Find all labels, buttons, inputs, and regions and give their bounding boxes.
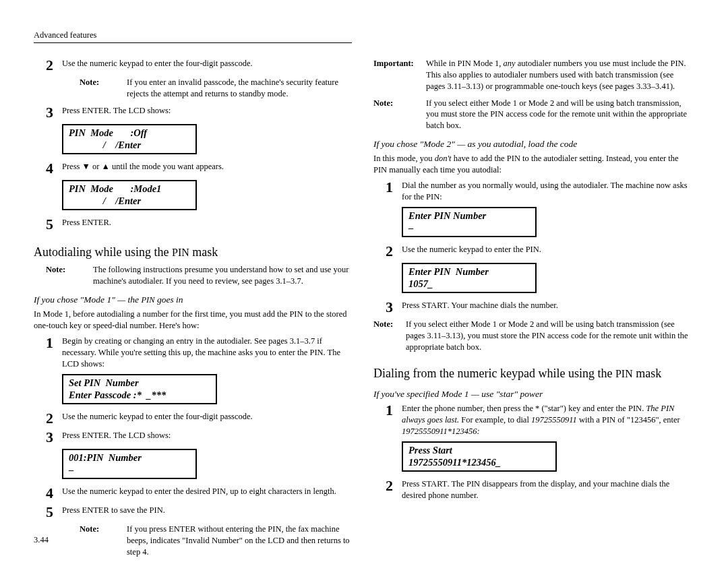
step-text: Press ▼ or ▲ until the mode you want app… bbox=[62, 161, 352, 173]
step-5: 5 Press ENTER. bbox=[46, 217, 352, 232]
step-3b: 3 Press ENTER. The LCD shows: bbox=[46, 430, 352, 445]
note-body: If you press ENTER without entering the … bbox=[127, 524, 352, 558]
note-body: If you select either Mode 1 or Mode 2 an… bbox=[406, 319, 692, 353]
step-number: 3 bbox=[46, 430, 62, 445]
note: Note: If you press ENTER without enterin… bbox=[80, 524, 352, 558]
step-2: 2 Use the numeric keypad to enter the PI… bbox=[386, 244, 692, 259]
lcd-display: Enter PIN Number – bbox=[402, 207, 537, 237]
step-number: 4 bbox=[46, 486, 62, 501]
page-number: 3.44 bbox=[34, 534, 49, 546]
note-body: While in PIN Mode 1, any autodialer numb… bbox=[426, 58, 692, 92]
lcd-display: Set PIN Number Enter Passcode :* _*** bbox=[62, 374, 217, 404]
step-2: 2 Press START. The PIN disappears from t… bbox=[386, 478, 692, 501]
heading-autodialing: Autodialing while using the PIN mask bbox=[34, 244, 352, 260]
step-1: 1 Dial the number as you normally would,… bbox=[386, 180, 692, 203]
note-label: Note: bbox=[80, 77, 127, 100]
note-label: Important: bbox=[373, 58, 426, 92]
step-5b: 5 Press ENTER to save the PIN. bbox=[46, 505, 352, 520]
step-text: Press ENTER. bbox=[62, 217, 352, 228]
page-header: Advanced features bbox=[34, 30, 352, 43]
note-body: If you enter an invalid passcode, the ma… bbox=[127, 77, 352, 100]
step-text: Press START. The PIN disappears from the… bbox=[402, 478, 692, 501]
heading-dialing-keypad: Dialing from the numeric keypad while us… bbox=[373, 365, 692, 381]
note: Note: If you select either Mode 1 or Mod… bbox=[373, 98, 692, 132]
step-text: Use the numeric keypad to enter the desi… bbox=[62, 486, 352, 497]
step-number: 3 bbox=[386, 300, 402, 315]
note-label: Note: bbox=[373, 319, 406, 353]
lcd-display: PIN Mode :Off / /Enter bbox=[62, 124, 197, 154]
note-body: The following instructions presume you u… bbox=[93, 264, 352, 287]
note-label: Note: bbox=[46, 264, 93, 287]
step-3: 3 Press START. Your machine dials the nu… bbox=[386, 300, 692, 315]
note: Note: The following instructions presume… bbox=[46, 264, 352, 287]
step-number: 3 bbox=[46, 105, 62, 120]
step-number: 4 bbox=[46, 161, 62, 176]
note-label: Note: bbox=[373, 98, 426, 132]
important-note: Important: While in PIN Mode 1, any auto… bbox=[373, 58, 692, 92]
paragraph: In this mode, you don't have to add the … bbox=[373, 153, 692, 176]
step-number: 5 bbox=[46, 217, 62, 232]
note-label: Note: bbox=[80, 524, 127, 558]
step-text: Dial the number as you normally would, u… bbox=[402, 180, 692, 203]
step-2: 2 Use the numeric keypad to enter the fo… bbox=[46, 58, 352, 73]
subheading-star: If you've specified Mode 1 — use "star" … bbox=[373, 388, 692, 400]
step-1: 1 Begin by creating or changing an entry… bbox=[46, 336, 352, 370]
step-4b: 4 Use the numeric keypad to enter the de… bbox=[46, 486, 352, 501]
step-text: Press ENTER. The LCD shows: bbox=[62, 430, 352, 441]
step-number: 1 bbox=[386, 180, 402, 195]
step-number: 1 bbox=[386, 403, 402, 418]
step-text: Enter the phone number, then press the *… bbox=[402, 403, 692, 437]
note: Note: If you select either Mode 1 or Mod… bbox=[373, 319, 692, 353]
step-3: 3 Press ENTER. The LCD shows: bbox=[46, 105, 352, 120]
note-body: If you select either Mode 1 or Mode 2 an… bbox=[426, 98, 692, 132]
lcd-display: PIN Mode :Mode1 / /Enter bbox=[62, 180, 197, 210]
step-number: 2 bbox=[386, 244, 402, 259]
subheading-mode1: If you chose "Mode 1" — the PIN goes in bbox=[34, 294, 352, 306]
note: Note: If you enter an invalid passcode, … bbox=[80, 77, 352, 100]
columns: 2 Use the numeric keypad to enter the fo… bbox=[34, 55, 690, 562]
page: Advanced features 2 Use the numeric keyp… bbox=[0, 0, 728, 562]
step-number: 2 bbox=[46, 58, 62, 73]
right-column: Important: While in PIN Mode 1, any auto… bbox=[373, 55, 692, 562]
step-text: Press ENTER to save the PIN. bbox=[62, 505, 352, 516]
step-number: 2 bbox=[46, 411, 62, 426]
step-number: 2 bbox=[386, 478, 402, 493]
step-2b: 2 Use the numeric keypad to enter the fo… bbox=[46, 411, 352, 426]
step-1: 1 Enter the phone number, then press the… bbox=[386, 403, 692, 437]
step-4: 4 Press ▼ or ▲ until the mode you want a… bbox=[46, 161, 352, 176]
lcd-display: Press Start 19725550911*123456_ bbox=[402, 441, 557, 472]
lcd-display: 001:PIN Number – bbox=[62, 449, 197, 479]
step-text: Press ENTER. The LCD shows: bbox=[62, 105, 352, 117]
step-text: Use the numeric keypad to enter the four… bbox=[62, 58, 352, 69]
step-text: Press START. Your machine dials the numb… bbox=[402, 300, 692, 311]
step-number: 5 bbox=[46, 505, 62, 520]
step-number: 1 bbox=[46, 336, 62, 350]
step-text: Use the numeric keypad to enter the four… bbox=[62, 411, 352, 423]
subheading-mode2: If you chose "Mode 2" — as you autodial,… bbox=[373, 138, 692, 150]
paragraph: In Mode 1, before autodialing a number f… bbox=[34, 309, 352, 332]
left-column: 2 Use the numeric keypad to enter the fo… bbox=[34, 55, 352, 562]
step-text: Use the numeric keypad to enter the PIN. bbox=[402, 244, 692, 255]
lcd-display: Enter PIN Number 1057_ bbox=[402, 263, 537, 293]
step-text: Begin by creating or changing an entry i… bbox=[62, 336, 352, 370]
